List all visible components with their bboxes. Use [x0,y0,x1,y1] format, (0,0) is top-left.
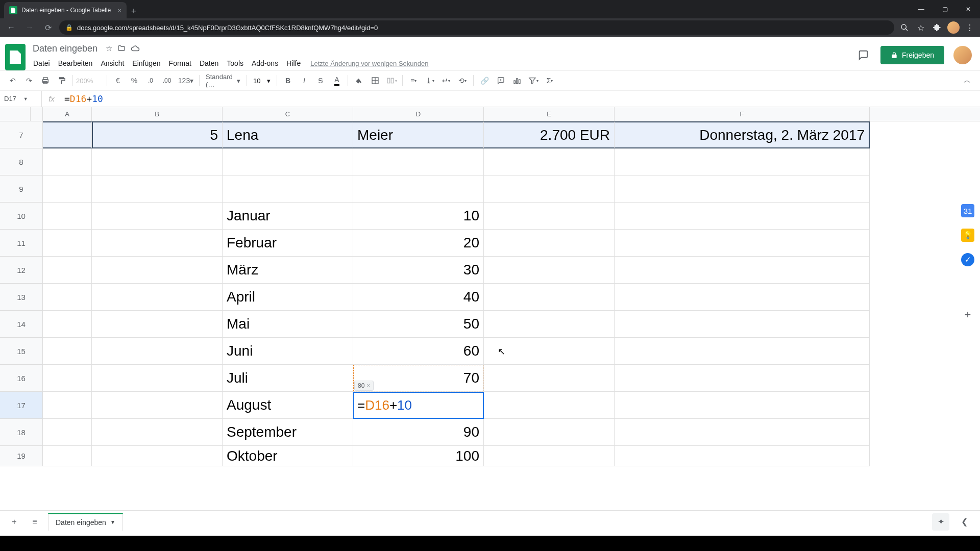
menu-tools[interactable]: Tools [223,57,247,69]
col-header-D[interactable]: D [353,107,484,121]
row-header[interactable]: 8 [0,148,43,176]
col-header-C[interactable]: C [223,107,353,121]
cell[interactable] [615,148,870,176]
window-minimize-button[interactable]: — [910,0,933,18]
tab-close-icon[interactable]: × [117,7,121,14]
cell[interactable] [484,148,615,176]
share-button[interactable]: Freigeben [880,46,944,64]
bookmark-icon[interactable]: ☆ [915,21,927,34]
new-tab-button[interactable]: + [127,4,141,18]
cloud-status-icon[interactable] [131,44,140,53]
comments-icon[interactable] [855,47,871,63]
row-header[interactable]: 14 [0,311,43,338]
cell[interactable] [353,148,484,176]
insert-link-button[interactable]: 🔗 [477,73,492,88]
add-sheet-button[interactable]: + [7,515,21,529]
select-all-corner[interactable] [0,107,31,121]
borders-button[interactable] [368,73,383,88]
text-color-button[interactable]: A [329,73,345,88]
cell[interactable]: 10 [353,203,484,230]
star-icon[interactable]: ☆ [106,44,112,53]
vertical-align-button[interactable]: ⭳ ▾ [422,73,437,88]
cell[interactable] [43,121,92,148]
cell[interactable]: August [223,392,353,419]
text-wrap-button[interactable]: ↵ ▾ [438,73,454,88]
cell[interactable]: 60 [353,338,484,365]
row-header[interactable]: 18 [0,419,43,446]
cell[interactable]: Februar [223,230,353,257]
cell[interactable]: 5 [92,121,223,148]
row-header[interactable]: 15 [0,338,43,365]
sheet-tab[interactable]: Daten eingeben ▼ [48,513,123,531]
menu-format[interactable]: Format [165,57,195,69]
cell[interactable]: Januar [223,203,353,230]
cell[interactable]: Mai [223,311,353,338]
more-formats-button[interactable]: 123 ▾ [176,73,196,88]
last-edit-text[interactable]: Letzte Änderung vor wenigen Sekunden [310,60,428,67]
side-panel-toggle-button[interactable]: ❮ [955,513,973,531]
paint-format-button[interactable] [54,73,69,88]
extensions-icon[interactable] [931,21,943,34]
text-rotation-button[interactable]: ⟲ ▾ [455,73,470,88]
cell[interactable]: 30 [353,257,484,284]
increase-decimal-button[interactable]: .00 [159,73,175,88]
row-header[interactable]: 19 [0,446,43,466]
insert-chart-button[interactable] [509,73,525,88]
filter-button[interactable]: ▾ [526,73,541,88]
insert-comment-button[interactable] [493,73,508,88]
cell[interactable]: Donnerstag, 2. März 2017 [615,121,870,148]
calendar-sidepanel-icon[interactable]: 31 [961,204,974,217]
window-close-button[interactable]: ✕ [957,0,980,18]
horizontal-align-button[interactable]: ≡ ▾ [406,73,421,88]
cell[interactable]: Juni [223,338,353,365]
cell[interactable]: Juli [223,365,353,392]
menu-datei[interactable]: Datei [30,57,54,69]
menu-addons[interactable]: Add-ons [248,57,282,69]
font-size-select[interactable]: 10▾ [250,77,274,85]
cell[interactable] [43,148,92,176]
row-header[interactable]: 7 [0,121,43,148]
row-header[interactable]: 9 [0,176,43,203]
tasks-sidepanel-icon[interactable]: ✓ [961,253,974,266]
back-button[interactable]: ← [4,20,18,35]
fill-color-button[interactable] [351,73,366,88]
cell[interactable]: Oktober [223,446,353,466]
zoom-select[interactable]: 200% [76,77,104,85]
all-sheets-button[interactable]: ≡ [28,515,42,529]
cell[interactable]: 40 [353,284,484,311]
col-header-A[interactable]: A [43,107,92,121]
cell[interactable]: April [223,284,353,311]
active-cell-editing[interactable]: 80× =D16+10 [353,392,484,419]
print-button[interactable] [38,73,53,88]
name-box[interactable]: D17▼ [0,91,42,107]
col-header-F[interactable]: F [615,107,870,121]
row-header[interactable]: 10 [0,203,43,230]
cell[interactable]: September [223,419,353,446]
merge-cells-button[interactable]: ▾ [384,73,399,88]
strikethrough-button[interactable]: S [313,73,328,88]
move-folder-icon[interactable] [117,44,126,53]
zoom-icon[interactable] [898,21,911,34]
browser-tab[interactable]: Daten eingeben - Google Tabelle × [4,2,127,18]
currency-button[interactable]: € [110,73,126,88]
row-header[interactable]: 11 [0,230,43,257]
bold-button[interactable]: B [280,73,296,88]
sheets-logo-icon[interactable] [5,44,26,70]
cell[interactable]: 20 [353,230,484,257]
window-maximize-button[interactable]: ▢ [933,0,957,18]
forward-button[interactable]: → [22,20,37,35]
percent-button[interactable]: % [127,73,142,88]
keep-sidepanel-icon[interactable]: 💡 [961,229,974,242]
cell[interactable]: 2.700 EUR [484,121,615,148]
col-header-B[interactable]: B [92,107,223,121]
menu-bearbeiten[interactable]: Bearbeiten [55,57,96,69]
cell[interactable]: 50 [353,311,484,338]
row-header[interactable]: 17 [0,392,43,419]
row-header[interactable]: 16 [0,365,43,392]
decrease-decimal-button[interactable]: .0 [143,73,158,88]
cell[interactable]: Lena [223,121,353,148]
functions-button[interactable]: Σ ▾ [542,73,557,88]
italic-button[interactable]: I [297,73,312,88]
reload-button[interactable]: ⟳ [41,20,55,35]
profile-avatar-icon[interactable] [947,21,960,34]
